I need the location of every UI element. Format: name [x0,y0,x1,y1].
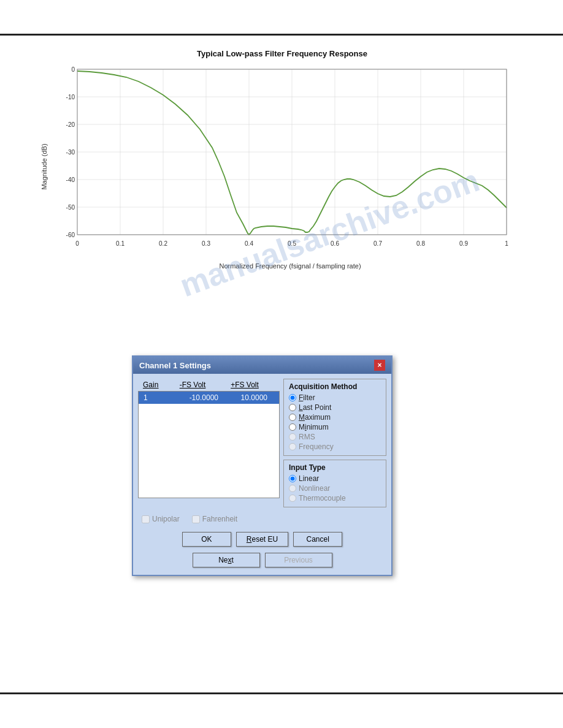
svg-text:0.5: 0.5 [288,240,296,247]
table-header-row: Gain -FS Volt +FS Volt [138,379,280,391]
radio-nonlinear: Nonlinear [289,484,381,493]
radio-frequency-label: Frequency [299,442,334,451]
dialog-buttons-row: OK Reset EU Cancel [138,529,386,549]
radio-frequency-input [289,443,296,450]
dialog: Channel 1 Settings × Gain -FS Volt +FS V… [132,355,393,576]
top-border [0,34,563,36]
chart-svg: 0 -10 -20 -30 -40 -50 -60 0 0.1 0.2 0.3 … [53,63,516,259]
radio-filter-label: Filter [299,393,315,402]
ok-button[interactable]: OK [182,532,231,547]
acquisition-section: Acquisition Method Filter Last Point Max… [283,379,386,507]
radio-maximum[interactable]: Maximum [289,413,381,422]
svg-text:0: 0 [71,66,75,73]
cell-pos-fs: 10.0000 [221,393,270,403]
radio-nonlinear-input [289,485,296,492]
svg-text:-40: -40 [66,176,75,183]
radio-nonlinear-label: Nonlinear [299,484,330,493]
dialog-titlebar: Channel 1 Settings × [133,357,391,374]
dialog-title: Channel 1 Settings [139,361,211,370]
svg-text:0.8: 0.8 [416,240,425,247]
svg-text:-30: -30 [66,149,75,156]
checkbox-unipolar-input [142,515,150,523]
radio-last-point-label: Last Point [299,403,331,412]
radio-rms: RMS [289,433,381,441]
radio-thermocouple-label: Thermocouple [299,494,346,502]
checkbox-row: Unipolar Fahrenheit [138,512,386,526]
checkbox-unipolar: Unipolar [142,515,180,523]
radio-rms-input [289,433,296,441]
bottom-border [0,692,563,694]
radio-linear-label: Linear [299,474,319,483]
dialog-main-row: Gain -FS Volt +FS Volt 1 -10.0000 10.000… [138,379,386,507]
svg-text:0.3: 0.3 [202,240,210,247]
radio-minimum-label: Minimum [299,423,329,431]
svg-text:0.1: 0.1 [116,240,124,247]
dialog-nav-row: Next Previous [138,550,386,570]
acquisition-title: Acquisition Method [289,382,381,391]
svg-text:0: 0 [75,240,79,247]
radio-maximum-label: Maximum [299,413,331,422]
gain-table-section: Gain -FS Volt +FS Volt 1 -10.0000 10.000… [138,379,280,507]
radio-thermocouple-input [289,495,296,502]
acquisition-method-box: Acquisition Method Filter Last Point Max… [283,379,386,456]
chart-title: Typical Low-pass Filter Frequency Respon… [37,49,527,58]
radio-rms-label: RMS [299,433,315,441]
previous-button[interactable]: Previous [265,553,332,567]
col-header-neg-fs: -FS Volt [165,380,220,390]
table-row[interactable]: 1 -10.0000 10.0000 [139,392,279,404]
checkbox-fahrenheit-input [192,515,200,523]
reset-eu-button[interactable]: Reset EU [236,532,288,547]
checkbox-unipolar-label: Unipolar [152,515,180,523]
radio-minimum-input[interactable] [289,423,296,431]
radio-last-point[interactable]: Last Point [289,403,381,412]
dialog-overlay: Channel 1 Settings × Gain -FS Volt +FS V… [132,355,393,576]
radio-minimum[interactable]: Minimum [289,423,381,431]
svg-text:0.7: 0.7 [373,240,382,247]
svg-text:-20: -20 [66,121,75,128]
radio-maximum-input[interactable] [289,414,296,421]
radio-linear-input[interactable] [289,475,296,482]
svg-text:0.4: 0.4 [245,240,253,247]
checkbox-fahrenheit-label: Fahrenheit [202,515,237,523]
svg-text:0.6: 0.6 [331,240,339,247]
input-type-title: Input Type [289,463,381,472]
cell-gain: 1 [141,393,166,403]
radio-thermocouple: Thermocouple [289,494,381,502]
table-data-area: 1 -10.0000 10.0000 [138,391,280,498]
chart-plot-area: 0 -10 -20 -30 -40 -50 -60 0 0.1 0.2 0.3 … [53,63,527,270]
cancel-button[interactable]: Cancel [293,532,342,547]
svg-text:-60: -60 [66,232,75,238]
dialog-body: Gain -FS Volt +FS Volt 1 -10.0000 10.000… [133,374,391,575]
radio-linear[interactable]: Linear [289,474,381,483]
cell-neg-fs: -10.0000 [166,393,221,403]
svg-text:0.9: 0.9 [459,240,468,247]
col-header-pos-fs: +FS Volt [220,380,269,390]
input-type-box: Input Type Linear Nonlinear Thermocouple [283,460,386,507]
x-axis-label: Normalized Frequency (fsignal / fsamplin… [53,262,527,270]
radio-filter[interactable]: Filter [289,393,381,402]
dialog-close-button[interactable]: × [374,360,385,371]
chart-container: Typical Low-pass Filter Frequency Respon… [37,49,527,270]
checkbox-fahrenheit: Fahrenheit [192,515,237,523]
radio-filter-input[interactable] [289,394,296,401]
col-header-gain: Gain [140,380,165,390]
svg-text:-10: -10 [66,94,75,100]
svg-text:1: 1 [505,240,508,247]
svg-text:-50: -50 [66,204,75,211]
svg-text:0.2: 0.2 [159,240,167,247]
next-button[interactable]: Next [193,553,260,567]
radio-last-point-input[interactable] [289,404,296,411]
radio-frequency: Frequency [289,442,381,451]
y-axis-label: Magnitude (dB) [40,143,48,189]
